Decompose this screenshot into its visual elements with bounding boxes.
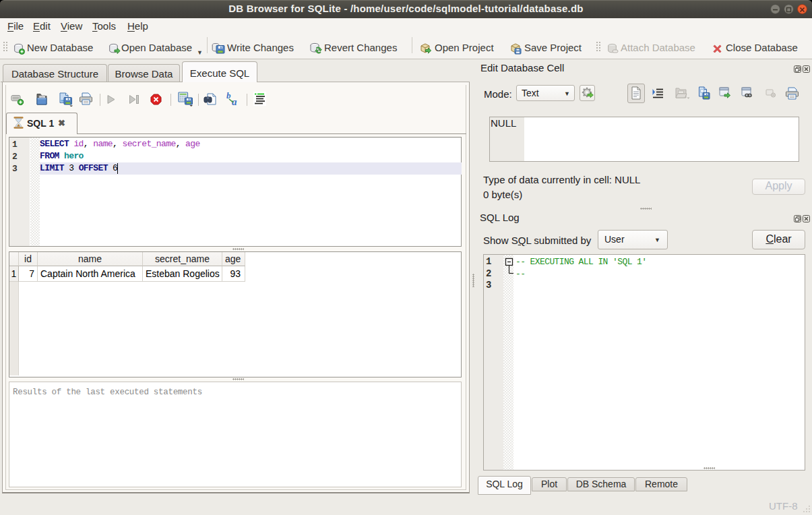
svg-text:b: b — [226, 92, 231, 100]
